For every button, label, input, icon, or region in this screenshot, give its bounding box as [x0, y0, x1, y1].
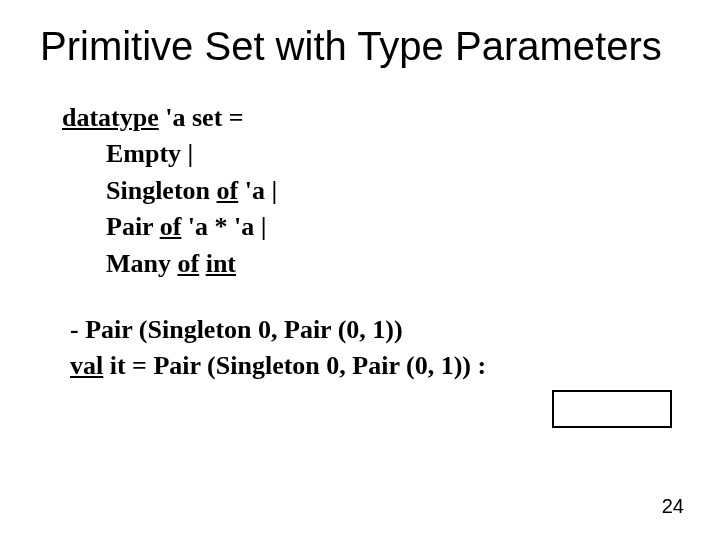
slide-title: Primitive Set with Type Parameters: [40, 24, 690, 69]
slide: Primitive Set with Type Parameters datat…: [0, 0, 720, 540]
keyword-int: int: [206, 249, 236, 278]
page-number: 24: [662, 495, 684, 518]
keyword-datatype: datatype: [62, 103, 159, 132]
pair-name: Pair: [106, 212, 160, 241]
decl-line-1: datatype 'a set =: [62, 100, 277, 136]
keyword-of: of: [217, 176, 239, 205]
datatype-declaration: datatype 'a set = Empty | Singleton of '…: [62, 100, 277, 282]
decl-line-empty: Empty |: [62, 136, 277, 172]
keyword-of: of: [178, 249, 200, 278]
singleton-name: Singleton: [106, 176, 217, 205]
repl-output: val it = Pair (Singleton 0, Pair (0, 1))…: [70, 348, 486, 384]
decl-line-many: Many of int: [62, 246, 277, 282]
many-name: Many: [106, 249, 178, 278]
blank-answer-box: [552, 390, 672, 428]
decl-line-singleton: Singleton of 'a |: [62, 173, 277, 209]
repl-block: - Pair (Singleton 0, Pair (0, 1)) val it…: [70, 312, 486, 385]
keyword-val: val: [70, 351, 103, 380]
singleton-type: 'a |: [238, 176, 277, 205]
repl-output-rest: it = Pair (Singleton 0, Pair (0, 1)) :: [103, 351, 486, 380]
decl-line-pair: Pair of 'a * 'a |: [62, 209, 277, 245]
repl-input: - Pair (Singleton 0, Pair (0, 1)): [70, 312, 486, 348]
decl-head-rest: 'a set =: [159, 103, 244, 132]
keyword-of: of: [160, 212, 182, 241]
pair-type: 'a * 'a |: [181, 212, 266, 241]
